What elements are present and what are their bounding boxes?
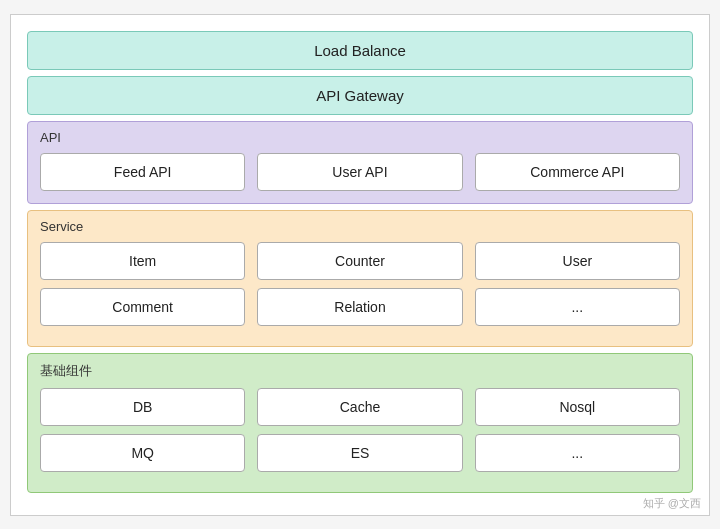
service-row2: Comment Relation ... <box>40 288 680 326</box>
item-card: Item <box>40 242 245 280</box>
service-row1: Item Counter User <box>40 242 680 280</box>
relation-card: Relation <box>257 288 462 326</box>
infra-ellipsis-card: ... <box>475 434 680 472</box>
infra-layer: 基础组件 DB Cache Nosql MQ ES ... <box>27 353 693 493</box>
load-balance-box: Load Balance <box>27 31 693 70</box>
cache-card: Cache <box>257 388 462 426</box>
api-cards-row: Feed API User API Commerce API <box>40 153 680 191</box>
feed-api-card: Feed API <box>40 153 245 191</box>
infra-row1: DB Cache Nosql <box>40 388 680 426</box>
mq-card: MQ <box>40 434 245 472</box>
load-balance-label: Load Balance <box>314 42 406 59</box>
counter-card: Counter <box>257 242 462 280</box>
service-layer-label: Service <box>40 219 680 234</box>
user-card: User <box>475 242 680 280</box>
infra-layer-label: 基础组件 <box>40 362 680 380</box>
api-layer-label: API <box>40 130 680 145</box>
load-balance-layer: Load Balance <box>27 31 693 70</box>
comment-card: Comment <box>40 288 245 326</box>
es-card: ES <box>257 434 462 472</box>
api-gateway-label: API Gateway <box>316 87 404 104</box>
diagram-container: Load Balance API Gateway API Feed API Us… <box>10 14 710 516</box>
infra-row2: MQ ES ... <box>40 434 680 472</box>
api-gateway-layer: API Gateway <box>27 76 693 115</box>
nosql-card: Nosql <box>475 388 680 426</box>
api-gateway-box: API Gateway <box>27 76 693 115</box>
db-card: DB <box>40 388 245 426</box>
watermark: 知乎 @文西 <box>643 496 701 511</box>
user-api-card: User API <box>257 153 462 191</box>
service-layer: Service Item Counter User Comment Relati… <box>27 210 693 347</box>
commerce-api-card: Commerce API <box>475 153 680 191</box>
api-layer: API Feed API User API Commerce API <box>27 121 693 204</box>
service-ellipsis-card: ... <box>475 288 680 326</box>
